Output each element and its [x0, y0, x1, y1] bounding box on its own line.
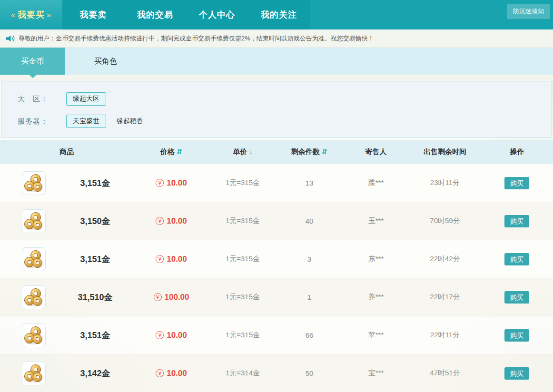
item-price: ¥ 10.00	[133, 331, 209, 340]
sort-both-icon: ⇵	[322, 147, 328, 156]
buy-button[interactable]: 购买	[504, 367, 529, 380]
table-row: 3,151金 ¥ 10.00 1元=315金 3 东*** 22时42分 购买	[0, 240, 553, 278]
seller-name: 玉***	[343, 216, 409, 225]
tab-gap	[0, 75, 553, 81]
item-price: ¥ 10.00	[133, 178, 209, 188]
server-options: 天宝盛世缘起稻香	[66, 115, 154, 128]
seller-name: 东***	[343, 255, 409, 264]
seller-name: 宝***	[343, 369, 409, 378]
anti-addiction-button[interactable]: 防沉迷须知	[507, 4, 550, 19]
nav-item[interactable]: 我的交易	[124, 0, 186, 29]
tab[interactable]: 买角色	[65, 48, 146, 75]
nav-decor-left	[76, 11, 80, 19]
gold-coins-icon	[22, 285, 46, 309]
column-header[interactable]: 价格⇵	[133, 147, 209, 157]
nav-menu: «我要买»我要卖我的交易个人中心我的关注	[0, 0, 310, 29]
gold-coins-icon	[22, 323, 46, 347]
seller-name: 蹀***	[343, 178, 409, 187]
time-remaining: 22时17分	[409, 293, 481, 302]
buy-button[interactable]: 购买	[504, 177, 529, 189]
region-label: 大 区：	[18, 95, 66, 104]
item-amount: 3,151金	[57, 330, 133, 341]
gold-coins-icon	[22, 247, 46, 271]
column-header-label: 操作	[510, 147, 524, 156]
nav-item[interactable]: 个人中心	[186, 0, 248, 29]
time-remaining: 70时59分	[409, 216, 481, 225]
buy-button[interactable]: 购买	[504, 215, 529, 227]
time-remaining: 22时11分	[409, 331, 481, 340]
item-amount: 3,150金	[57, 216, 133, 227]
price-value: 10.00	[167, 331, 187, 340]
filter-panel: 大 区： 缘起大区 服务器： 天宝盛世缘起稻香	[1, 81, 552, 137]
price-value: 10.00	[167, 255, 187, 264]
item-price: ¥ 10.00	[133, 255, 209, 264]
remaining-count: 13	[276, 179, 343, 187]
nav-decor-right	[173, 11, 177, 19]
seller-name: 苹***	[343, 331, 409, 340]
column-header-label: 寄售人	[365, 147, 387, 156]
nav-item-label: 我要卖	[80, 10, 107, 20]
nav-decor-left	[133, 11, 137, 19]
nav-item[interactable]: «我要买»	[0, 0, 62, 29]
nav-decor-left	[257, 11, 261, 19]
item-price: ¥ 100.00	[133, 293, 209, 302]
nav-decor-left: «	[9, 11, 18, 19]
tab-label: 买角色	[94, 57, 117, 65]
server-filter-row: 服务器： 天宝盛世缘起稻香	[18, 114, 552, 128]
seller-name: 养***	[343, 293, 409, 302]
nav-decor-left	[195, 11, 199, 19]
buy-button[interactable]: 购买	[504, 291, 529, 304]
nav-item-label: 我的关注	[261, 10, 297, 20]
column-header-label: 价格	[160, 147, 175, 156]
remaining-count: 66	[276, 331, 343, 339]
buy-button[interactable]: 购买	[504, 253, 529, 265]
column-header: 出售剩余时间	[409, 147, 481, 157]
speaker-icon	[6, 35, 15, 42]
tab[interactable]: 买金币	[0, 48, 65, 75]
nav-item[interactable]: 我要卖	[62, 0, 124, 29]
unit-price: 1元=315金	[209, 255, 276, 264]
gold-coins-icon	[22, 171, 46, 195]
item-amount: 3,142金	[57, 368, 133, 379]
filter-option[interactable]: 缘起稻香	[117, 117, 143, 126]
table-row: 3,150金 ¥ 10.00 1元=315金 40 玉*** 70时59分 购买	[0, 202, 553, 240]
nav-item-label: 个人中心	[199, 10, 235, 20]
top-nav: «我要买»我要卖我的交易个人中心我的关注 防沉迷须知	[0, 0, 553, 29]
remaining-count: 40	[276, 217, 343, 225]
yen-circle-icon: ¥	[156, 331, 164, 339]
nav-decor-right	[107, 11, 111, 19]
server-label: 服务器：	[18, 117, 66, 126]
tab-strip: 买金币买角色	[0, 48, 553, 75]
filter-option-selected[interactable]: 缘起大区	[66, 92, 106, 106]
column-header: 商品	[0, 147, 133, 157]
nav-item[interactable]: 我的关注	[248, 0, 310, 29]
column-header-label: 出售剩余时间	[424, 147, 466, 156]
unit-price: 1元=315金	[209, 216, 276, 225]
nav-decor-right: »	[45, 11, 53, 19]
table-row: 3,151金 ¥ 10.00 1元=315金 66 苹*** 22时11分 购买	[0, 316, 553, 354]
filter-option-selected[interactable]: 天宝盛世	[66, 115, 106, 128]
sort-down-icon: ↓	[249, 147, 253, 156]
column-header: 寄售人	[343, 147, 409, 157]
unit-price: 1元=315金	[209, 293, 276, 302]
sort-both-icon: ⇵	[177, 147, 183, 156]
column-header-label: 剩余件数	[291, 147, 320, 156]
remaining-count: 3	[276, 255, 343, 263]
yen-circle-icon: ¥	[154, 293, 162, 301]
column-header[interactable]: 单价↓	[209, 147, 276, 157]
table-row: 3,151金 ¥ 10.00 1元=315金 13 蹀*** 23时11分 购买	[0, 164, 553, 202]
notice-text: 尊敬的用户：金币交易手续费优惠活动持续进行中，期间完成金币交易手续费仅需2%，结…	[19, 34, 374, 43]
time-remaining: 23时11分	[409, 178, 481, 187]
yen-circle-icon: ¥	[156, 369, 164, 377]
column-header-label: 商品	[59, 147, 74, 156]
column-header[interactable]: 剩余件数⇵	[276, 147, 343, 157]
table-row: 31,510金 ¥ 100.00 1元=315金 1 养*** 22时17分 购…	[0, 278, 553, 316]
time-remaining: 22时42分	[409, 255, 481, 264]
unit-price: 1元=315金	[209, 178, 276, 187]
remaining-count: 50	[276, 369, 343, 377]
unit-price: 1元=315金	[209, 331, 276, 340]
buy-button[interactable]: 购买	[504, 329, 529, 342]
notice-bar: 尊敬的用户：金币交易手续费优惠活动持续进行中，期间完成金币交易手续费仅需2%，结…	[0, 29, 553, 48]
yen-circle-icon: ¥	[156, 179, 164, 187]
price-value: 10.00	[167, 178, 187, 188]
